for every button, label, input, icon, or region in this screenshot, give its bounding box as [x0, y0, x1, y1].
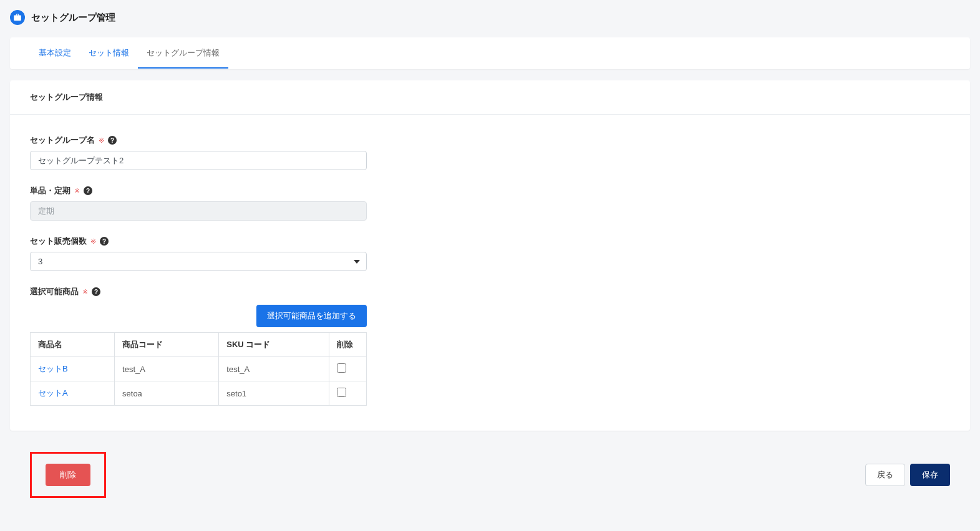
- delete-checkbox[interactable]: [337, 363, 346, 373]
- footer-right: 戻る 保存: [865, 464, 950, 486]
- selectable-products-label-text: 選択可能商品: [30, 286, 79, 297]
- add-selectable-product-button[interactable]: 選択可能商品を追加する: [256, 305, 367, 327]
- sales-count-select[interactable]: 3: [30, 252, 367, 271]
- back-button[interactable]: 戻る: [865, 464, 905, 486]
- group-name-field: セットグループ名 ※ ?: [30, 135, 367, 170]
- group-name-input[interactable]: [30, 151, 367, 170]
- products-table: 商品名 商品コード SKU コード 削除 セットB test_A test_A …: [30, 332, 367, 406]
- th-sku-code: SKU コード: [219, 333, 329, 357]
- sales-count-label: セット販売個数 ※ ?: [30, 236, 367, 247]
- page-header: セットグループ管理: [10, 10, 970, 25]
- help-icon[interactable]: ?: [100, 237, 109, 246]
- footer-bar: 削除 戻る 保存: [10, 442, 970, 508]
- tab-set-group-info[interactable]: セットグループ情報: [138, 37, 228, 69]
- delete-button[interactable]: 削除: [46, 464, 90, 486]
- required-mark: ※: [99, 136, 104, 145]
- selectable-products-label: 選択可能商品 ※ ?: [30, 286, 367, 297]
- single-subscription-label: 単品・定期 ※ ?: [30, 185, 367, 196]
- help-icon[interactable]: ?: [108, 136, 117, 145]
- single-subscription-field: 単品・定期 ※ ? 定期: [30, 185, 367, 221]
- section-title: セットグループ情報: [10, 80, 970, 115]
- help-icon[interactable]: ?: [92, 287, 100, 296]
- product-link[interactable]: セットA: [38, 388, 68, 398]
- table-row: セットB test_A test_A: [31, 357, 367, 381]
- table-header-row: 商品名 商品コード SKU コード 削除: [31, 333, 367, 357]
- page-title: セットグループ管理: [31, 12, 115, 24]
- tab-basic-settings[interactable]: 基本設定: [30, 37, 80, 69]
- product-code-cell: setoa: [115, 381, 219, 406]
- required-mark: ※: [74, 187, 80, 195]
- tabs-card: 基本設定 セット情報 セットグループ情報: [10, 37, 970, 69]
- sku-code-cell: test_A: [219, 357, 329, 381]
- delete-highlight-box: 削除: [30, 452, 106, 498]
- form-card: セットグループ情報 セットグループ名 ※ ? 単品・定期 ※ ? 定期 セット販…: [10, 80, 970, 431]
- help-icon[interactable]: ?: [84, 186, 92, 195]
- required-mark: ※: [82, 288, 88, 296]
- table-row: セットA setoa seto1: [31, 381, 367, 406]
- briefcase-icon: [10, 10, 25, 25]
- product-link[interactable]: セットB: [38, 364, 68, 373]
- tabs: 基本設定 セット情報 セットグループ情報: [10, 37, 970, 69]
- required-mark: ※: [90, 237, 96, 246]
- selectable-products-field: 選択可能商品 ※ ?: [30, 286, 367, 297]
- single-subscription-label-text: 単品・定期: [30, 185, 70, 196]
- th-product-code: 商品コード: [115, 333, 219, 357]
- section-body: セットグループ名 ※ ? 単品・定期 ※ ? 定期 セット販売個数 ※ ?: [10, 115, 970, 431]
- single-subscription-select: 定期: [30, 201, 367, 221]
- sku-code-cell: seto1: [219, 381, 329, 406]
- group-name-label: セットグループ名 ※ ?: [30, 135, 367, 146]
- th-delete: 削除: [329, 333, 367, 357]
- save-button[interactable]: 保存: [910, 464, 950, 486]
- delete-checkbox[interactable]: [337, 388, 346, 397]
- sales-count-field: セット販売個数 ※ ? 3: [30, 236, 367, 271]
- product-code-cell: test_A: [115, 357, 219, 381]
- sales-count-label-text: セット販売個数: [30, 236, 87, 247]
- add-button-row: 選択可能商品を追加する: [30, 305, 367, 327]
- tab-set-info[interactable]: セット情報: [80, 37, 138, 69]
- group-name-label-text: セットグループ名: [30, 135, 95, 146]
- th-product-name: 商品名: [31, 333, 115, 357]
